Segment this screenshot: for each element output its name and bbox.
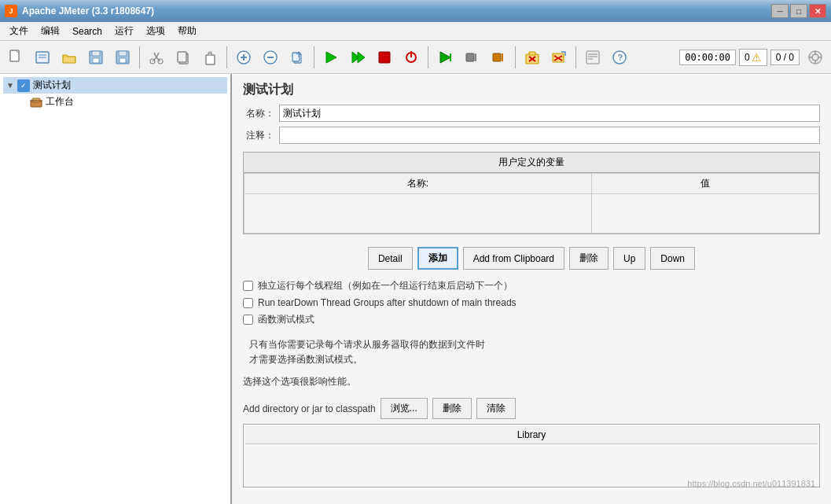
copy-button[interactable] bbox=[171, 45, 196, 70]
checkboxes-section: 独立运行每个线程组（例如在一个组运行结束后启动下一个） Run tearDown… bbox=[232, 274, 831, 336]
menu-options[interactable]: 选项 bbox=[140, 22, 171, 40]
clear-all-results-button[interactable] bbox=[546, 45, 572, 70]
classpath-label: Add directory or jar to classpath bbox=[243, 403, 376, 414]
delete-button[interactable]: 删除 bbox=[569, 247, 609, 270]
open-button[interactable] bbox=[57, 45, 82, 70]
add-button[interactable]: 添加 bbox=[417, 247, 458, 270]
menu-edit[interactable]: 编辑 bbox=[35, 22, 66, 40]
classpath-row: Add directory or jar to classpath 浏览... … bbox=[243, 398, 820, 419]
classpath-delete-button[interactable]: 删除 bbox=[432, 398, 472, 419]
teardown-checkbox[interactable] bbox=[243, 298, 253, 308]
minimize-button[interactable]: ─ bbox=[771, 4, 789, 18]
down-button[interactable]: Down bbox=[650, 247, 695, 270]
svg-rect-17 bbox=[178, 52, 186, 62]
add-from-clipboard-button[interactable]: Add from Clipboard bbox=[463, 247, 564, 270]
toolbar-right: 00:00:00 0 ⚠ 0 / 0 bbox=[679, 45, 828, 70]
test-plan-icon: ✓ bbox=[17, 79, 30, 92]
vars-title: 用户定义的变量 bbox=[244, 153, 819, 173]
tree-item-test-plan-label: 测试计划 bbox=[33, 79, 71, 92]
right-panel: 测试计划 名称： 注释： 用户定义的变量 名称: 值 bbox=[232, 74, 831, 504]
svg-text:✓: ✓ bbox=[124, 60, 129, 65]
menu-file[interactable]: 文件 bbox=[3, 22, 35, 40]
paste-button[interactable] bbox=[197, 45, 222, 70]
name-row: 名称： bbox=[243, 105, 820, 122]
error-count: 0 ⚠ bbox=[739, 49, 767, 66]
svg-rect-9 bbox=[119, 51, 127, 56]
desc-line1: 只有当你需要记录每个请求从服务器取得的数据到文件时 bbox=[249, 337, 820, 352]
main-layout: ▼ ✓ 测试计划 工作台 测试计划 名称： 注释： 用户 bbox=[0, 74, 831, 504]
tree-item-workbench[interactable]: 工作台 bbox=[3, 94, 227, 110]
classpath-table: Library bbox=[243, 424, 820, 487]
up-button[interactable]: Up bbox=[613, 247, 645, 270]
window-title: Apache JMeter (3.3 r1808647) bbox=[22, 6, 771, 17]
remote-engine-button[interactable] bbox=[803, 45, 828, 70]
remote-start-button[interactable] bbox=[432, 45, 458, 70]
desc-text: 只有当你需要记录每个请求从服务器取得的数据到文件时 才需要选择函数测试模式。 bbox=[232, 336, 831, 372]
svg-rect-38 bbox=[493, 53, 501, 61]
col-value-header: 值 bbox=[591, 174, 818, 194]
toolbar-separator-2 bbox=[226, 46, 227, 68]
svg-marker-34 bbox=[440, 52, 450, 63]
vars-empty-row bbox=[245, 194, 819, 234]
error-number: 0 bbox=[745, 52, 750, 63]
new-button[interactable] bbox=[3, 45, 28, 70]
title-bar: J Apache JMeter (3.3 r1808647) ─ □ ✕ bbox=[0, 0, 831, 22]
toolbar-separator-1 bbox=[139, 46, 140, 68]
menu-search[interactable]: Search bbox=[66, 22, 108, 40]
add-node-button[interactable] bbox=[231, 45, 256, 70]
vars-table: 名称: 值 bbox=[244, 173, 819, 234]
shutdown-button[interactable] bbox=[399, 45, 424, 70]
open-templates-button[interactable] bbox=[30, 45, 55, 70]
svg-rect-6 bbox=[92, 51, 100, 56]
clear-results-button[interactable] bbox=[520, 45, 545, 70]
cut-button[interactable] bbox=[144, 45, 169, 70]
name-label: 名称： bbox=[243, 107, 274, 120]
toolbar-separator-6 bbox=[575, 46, 576, 68]
remove-node-button[interactable] bbox=[258, 45, 283, 70]
expand-icon: ▼ bbox=[6, 81, 16, 90]
independent-label: 独立运行每个线程组（例如在一个组运行结束后启动下一个） bbox=[258, 279, 513, 292]
ratio-display: 0 / 0 bbox=[770, 50, 800, 65]
name-input[interactable] bbox=[279, 105, 820, 122]
detail-button[interactable]: Detail bbox=[368, 247, 413, 270]
remote-shutdown-button[interactable] bbox=[486, 45, 511, 70]
vars-name-cell bbox=[245, 194, 592, 234]
left-panel: ▼ ✓ 测试计划 工作台 bbox=[0, 74, 232, 504]
workbench-icon bbox=[30, 96, 42, 109]
browse-button[interactable]: 浏览... bbox=[381, 398, 428, 419]
svg-rect-18 bbox=[206, 55, 215, 64]
save-as-button[interactable]: ✓ bbox=[110, 45, 135, 70]
save-button[interactable] bbox=[83, 45, 108, 70]
classpath-clear-button[interactable]: 清除 bbox=[476, 398, 516, 419]
restore-button[interactable]: □ bbox=[790, 4, 807, 18]
perf-text: 选择这个选项很影响性能。 bbox=[232, 372, 831, 393]
functional-checkbox-row: 函数测试模式 bbox=[243, 313, 820, 326]
vars-section: 用户定义的变量 名称: 值 bbox=[243, 152, 820, 234]
comment-input[interactable] bbox=[279, 127, 820, 144]
start-no-pause-button[interactable] bbox=[345, 45, 370, 70]
library-col-header: Library bbox=[245, 426, 818, 444]
timer-display: 00:00:00 bbox=[679, 50, 736, 65]
functional-checkbox[interactable] bbox=[243, 315, 253, 325]
duplicate-button[interactable] bbox=[285, 45, 310, 70]
teardown-label: Run tearDown Thread Groups after shutdow… bbox=[258, 297, 517, 308]
warning-icon: ⚠ bbox=[752, 51, 762, 64]
start-button[interactable] bbox=[318, 45, 344, 70]
stop-button[interactable] bbox=[372, 45, 397, 70]
independent-checkbox[interactable] bbox=[243, 281, 253, 291]
tree-item-test-plan[interactable]: ▼ ✓ 测试计划 bbox=[3, 77, 227, 94]
functional-label: 函数测试模式 bbox=[258, 313, 314, 326]
remote-stop-button[interactable] bbox=[459, 45, 484, 70]
svg-rect-31 bbox=[379, 52, 390, 63]
help-button[interactable]: ? bbox=[607, 45, 632, 70]
close-button[interactable]: ✕ bbox=[809, 4, 826, 18]
menu-help[interactable]: 帮助 bbox=[171, 22, 203, 40]
comment-label: 注释： bbox=[243, 129, 274, 142]
window-controls: ─ □ ✕ bbox=[771, 4, 826, 18]
svg-rect-47 bbox=[586, 51, 599, 64]
desc-line2: 才需要选择函数测试模式。 bbox=[249, 352, 820, 367]
buttons-row: Detail 添加 Add from Clipboard 删除 Up Down bbox=[232, 242, 831, 274]
function-helper-button[interactable] bbox=[580, 45, 605, 70]
classpath-empty-cell bbox=[245, 446, 818, 485]
menu-run[interactable]: 运行 bbox=[108, 22, 140, 40]
